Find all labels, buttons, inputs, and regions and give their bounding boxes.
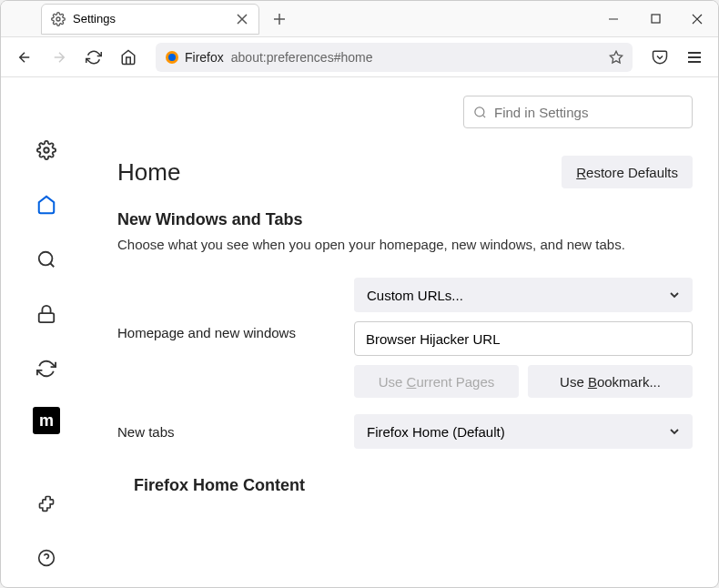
sidebar-item-general[interactable]: [30, 134, 63, 167]
svg-point-5: [44, 147, 49, 153]
chevron-down-icon: [669, 289, 680, 300]
svg-point-0: [56, 17, 60, 21]
navigation-toolbar: Firefox about:preferences#home: [1, 37, 718, 77]
browser-window: Settings: [0, 0, 719, 588]
forward-button[interactable]: [45, 43, 74, 72]
use-bookmark-button[interactable]: Use Bookmark...: [528, 365, 693, 398]
svg-point-11: [475, 106, 484, 116]
sidebar-item-sync[interactable]: [30, 352, 63, 385]
svg-line-7: [50, 263, 54, 267]
firefox-icon: [165, 50, 179, 65]
search-icon: [473, 106, 487, 119]
bookmark-star-icon[interactable]: [609, 50, 623, 65]
homepage-dropdown-value: Custom URLs...: [367, 288, 463, 303]
svg-marker-4: [610, 51, 622, 63]
sidebar-item-mozilla[interactable]: m: [33, 407, 60, 434]
restore-defaults-button[interactable]: Restore Defaults: [562, 156, 693, 188]
gear-icon: [51, 12, 66, 26]
sidebar-item-home[interactable]: [30, 188, 63, 221]
new-tab-button[interactable]: [267, 6, 292, 32]
homepage-dropdown[interactable]: Custom URLs...: [354, 278, 693, 312]
newtabs-dropdown[interactable]: Firefox Home (Default): [354, 414, 693, 449]
newtabs-label: New tabs: [117, 424, 336, 440]
maximize-button[interactable]: [634, 1, 676, 37]
reload-button[interactable]: [79, 43, 108, 72]
url-bar[interactable]: Firefox about:preferences#home: [156, 43, 633, 72]
sidebar-item-privacy[interactable]: [30, 298, 63, 330]
section-new-windows-title: New Windows and Tabs: [117, 210, 693, 229]
svg-rect-1: [652, 15, 660, 23]
svg-rect-8: [39, 313, 55, 322]
homepage-url-input[interactable]: [354, 321, 693, 356]
identity-label: Firefox: [185, 50, 224, 65]
identity-box[interactable]: Firefox: [165, 50, 224, 65]
back-button[interactable]: [10, 43, 39, 72]
sidebar-item-extensions[interactable]: [30, 487, 63, 520]
settings-sidebar: m: [1, 77, 92, 587]
close-window-button[interactable]: [676, 1, 718, 37]
settings-search-box[interactable]: [463, 96, 693, 128]
window-controls: [592, 1, 718, 37]
home-button[interactable]: [114, 43, 143, 72]
content-area: m Home Restore Defaults: [1, 77, 718, 587]
homepage-label: Homepage and new windows: [117, 278, 336, 340]
sidebar-item-search[interactable]: [30, 243, 63, 276]
browser-tab[interactable]: Settings: [41, 4, 259, 35]
minimize-button[interactable]: [592, 1, 634, 37]
settings-main: Home Restore Defaults New Windows and Ta…: [92, 77, 718, 587]
page-title: Home: [117, 158, 180, 187]
newtabs-dropdown-value: Firefox Home (Default): [367, 424, 505, 440]
tab-title: Settings: [73, 12, 228, 25]
pocket-button[interactable]: [645, 43, 674, 72]
titlebar: Settings: [1, 1, 718, 37]
svg-point-3: [168, 54, 176, 61]
sidebar-item-help[interactable]: [30, 542, 63, 574]
url-text: about:preferences#home: [231, 50, 602, 65]
chevron-down-icon: [669, 426, 680, 437]
use-current-pages-button[interactable]: Use Current Pages: [354, 365, 519, 398]
app-menu-button[interactable]: [680, 43, 709, 72]
settings-search-input[interactable]: [494, 105, 683, 120]
svg-point-6: [39, 252, 53, 266]
section-firefox-home-title: Firefox Home Content: [134, 476, 693, 495]
section-new-windows-description: Choose what you see when you open your h…: [117, 237, 693, 252]
close-tab-button[interactable]: [235, 12, 249, 26]
svg-line-12: [482, 115, 485, 117]
